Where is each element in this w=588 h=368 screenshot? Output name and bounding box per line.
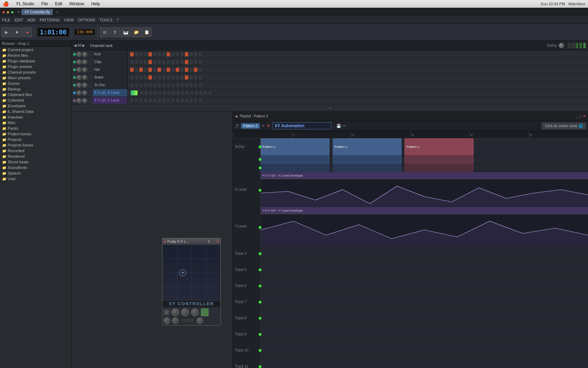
- cr-pad-h-10[interactable]: [171, 67, 175, 72]
- sidebar-item-soundfonts[interactable]: 📁 Soundfonts: [0, 165, 71, 170]
- cr-pad-xyx-10[interactable]: [181, 90, 185, 95]
- cr-pad-xyx-9[interactable]: [176, 90, 180, 95]
- cr-pad-3x-1[interactable]: [130, 83, 134, 88]
- news-button[interactable]: Click for online news 🌐: [542, 123, 586, 129]
- browser-button[interactable]: 📁: [131, 27, 141, 37]
- cr-pad-3x-15[interactable]: [194, 83, 198, 88]
- cr-pad-k-10[interactable]: [171, 52, 175, 57]
- cr-pad-k-3[interactable]: [139, 52, 143, 57]
- cr-name-3xosc[interactable]: 3x Osc: [93, 81, 128, 89]
- mac-file-menu[interactable]: File: [39, 1, 50, 6]
- cr-pad-xyy-7[interactable]: [157, 98, 161, 103]
- cr-pad-xyx-5[interactable]: [158, 90, 162, 95]
- cr-pad-s-3[interactable]: [139, 75, 143, 80]
- fl-tab-active[interactable]: XY Controller.flp: [21, 9, 53, 15]
- track-content-9[interactable]: [261, 326, 588, 342]
- xy-minimize-icon[interactable]: _: [213, 240, 215, 244]
- cr-pad-k-14[interactable]: [189, 52, 193, 57]
- mac-help-menu[interactable]: Help: [89, 1, 102, 6]
- mixer-button[interactable]: 🎚: [110, 27, 120, 37]
- xy-knob-2[interactable]: [181, 308, 189, 316]
- cr-pad-xyx-14[interactable]: [199, 90, 203, 95]
- cr-mute-clap[interactable]: [73, 61, 76, 63]
- track-content-ylevel[interactable]: ✏ X-Y ctrl – Y Level envelope: [261, 207, 588, 245]
- cr-pad-cl-15[interactable]: [194, 60, 198, 64]
- xy-small-btn-1[interactable]: [182, 319, 185, 322]
- menu-help[interactable]: ?: [117, 18, 119, 22]
- cr-pad-xyy-2[interactable]: [134, 98, 139, 103]
- cr-vol-kick[interactable]: [77, 52, 82, 57]
- cr-pad-xyy-4[interactable]: [144, 98, 148, 103]
- xy-canvas[interactable]: [162, 245, 220, 301]
- cr-pad-xyx-15[interactable]: [203, 90, 208, 95]
- maximize-btn[interactable]: ●: [11, 9, 14, 15]
- sidebar-item-recent-files[interactable]: 📁 Recent files: [0, 53, 71, 58]
- cr-pad-xyx-2[interactable]: [144, 90, 148, 95]
- cr-pad-xyy-11[interactable]: [175, 98, 180, 103]
- cr-pad-cl-6[interactable]: [153, 60, 157, 64]
- cr-pad-xyx-3[interactable]: [149, 90, 153, 95]
- cr-pad-cl-11[interactable]: [175, 60, 180, 64]
- cr-pad-xyy-6[interactable]: [153, 98, 157, 103]
- cr-pad-3x-7[interactable]: [157, 83, 161, 88]
- sidebar-item-backup[interactable]: 📁 Backup: [0, 86, 71, 92]
- cr-pad-cl-8[interactable]: [162, 60, 166, 64]
- cr-pad-h-15[interactable]: [194, 67, 198, 72]
- menu-tools[interactable]: TOOLS: [99, 18, 112, 22]
- sidebar-item-rendered[interactable]: 📁 Rendered: [0, 154, 71, 159]
- cr-pad-xyy-9[interactable]: [166, 98, 170, 103]
- sidebar-item-clipboard-files[interactable]: 📁 Clipboard files: [0, 92, 71, 97]
- cr-pad-s-16[interactable]: [198, 75, 202, 80]
- cr-pad-k-1[interactable]: [130, 52, 134, 57]
- cr-pad-s-1[interactable]: [130, 75, 134, 80]
- cr-pad-3x-9[interactable]: [166, 83, 170, 88]
- track-content-10[interactable]: [261, 342, 588, 358]
- menu-view[interactable]: VIEW: [64, 18, 74, 22]
- xy-cursor-point[interactable]: [179, 269, 186, 276]
- sidebar-item-speech[interactable]: 📁 Speech: [0, 170, 71, 176]
- cr-mute-kick[interactable]: [73, 53, 76, 56]
- piano-roll-button[interactable]: 🎹: [121, 27, 131, 37]
- automation-curve-ylevel[interactable]: [261, 214, 588, 246]
- cr-pad-xyx-11[interactable]: [185, 90, 189, 95]
- cr-pad-cl-1[interactable]: [130, 60, 134, 64]
- sidebar-item-projects[interactable]: 📁 Projects: [0, 137, 71, 142]
- sidebar-item-current-project[interactable]: 📁 Current project: [0, 47, 71, 53]
- playlist-close-icon[interactable]: ✕: [583, 114, 586, 118]
- sidebar-item-il-shared-data[interactable]: 📁 IL Shared Data: [0, 109, 71, 114]
- play-button[interactable]: ▶: [1, 27, 11, 37]
- add-channel-button[interactable]: +: [72, 104, 588, 111]
- cr-pad-xyx-1[interactable]: [140, 90, 144, 95]
- playlist-minimize-icon[interactable]: _: [575, 114, 578, 118]
- channel-rack-button[interactable]: ⊞: [100, 27, 110, 37]
- cr-pad-k-2[interactable]: [134, 52, 139, 57]
- cr-pad-h-8[interactable]: [162, 67, 166, 72]
- cr-pad-cl-7[interactable]: [157, 60, 161, 64]
- cr-mute-xy-y[interactable]: [73, 99, 76, 102]
- cr-pad-s-4[interactable]: [144, 75, 148, 80]
- cr-pad-cl-13[interactable]: [184, 60, 189, 64]
- track-content-6[interactable]: [261, 278, 588, 294]
- cr-pad-xyy-1[interactable]: [130, 98, 134, 103]
- sidebar-item-user[interactable]: 📁 User: [0, 176, 71, 182]
- cr-name-xy-y[interactable]: X-Y ctrl_Y Level: [93, 97, 128, 104]
- menu-file[interactable]: FILE: [2, 18, 10, 22]
- cr-pad-s-7[interactable]: [157, 75, 161, 80]
- cr-pad-cl-3[interactable]: [139, 60, 143, 64]
- cr-name-snare[interactable]: Snare: [93, 74, 128, 81]
- xy-knob-3[interactable]: [191, 308, 199, 316]
- pattern-block-sub2-2[interactable]: [333, 164, 401, 172]
- sidebar-item-project-bones[interactable]: 📁 Project bones: [0, 131, 71, 137]
- track-content-7[interactable]: [261, 294, 588, 310]
- cr-mute-hat[interactable]: [73, 68, 76, 71]
- stop-button[interactable]: ■: [12, 27, 22, 37]
- minimize-btn[interactable]: ●: [6, 9, 9, 15]
- cr-pad-h-3[interactable]: [139, 67, 143, 72]
- cr-pad-3x-11[interactable]: [175, 83, 180, 88]
- cr-pad-s-11[interactable]: [175, 75, 180, 80]
- cr-pad-xyy-14[interactable]: [189, 98, 193, 103]
- pencil-icon[interactable]: ✏: [343, 124, 346, 128]
- playlist-maximize-icon[interactable]: □: [579, 114, 581, 118]
- cr-pad-xyx-13[interactable]: [194, 90, 198, 95]
- cr-vol-xy-y[interactable]: [77, 98, 82, 103]
